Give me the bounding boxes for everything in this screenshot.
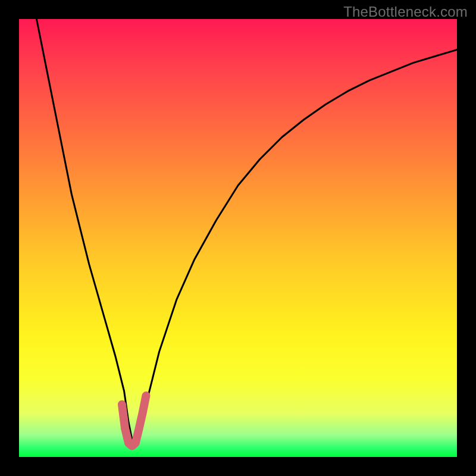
chart-svg (19, 19, 457, 457)
watermark-text: TheBottleneck.com (343, 4, 468, 20)
highlight-curve (122, 396, 146, 446)
chart-plot-area (19, 19, 457, 457)
bottleneck-curve (36, 19, 457, 444)
